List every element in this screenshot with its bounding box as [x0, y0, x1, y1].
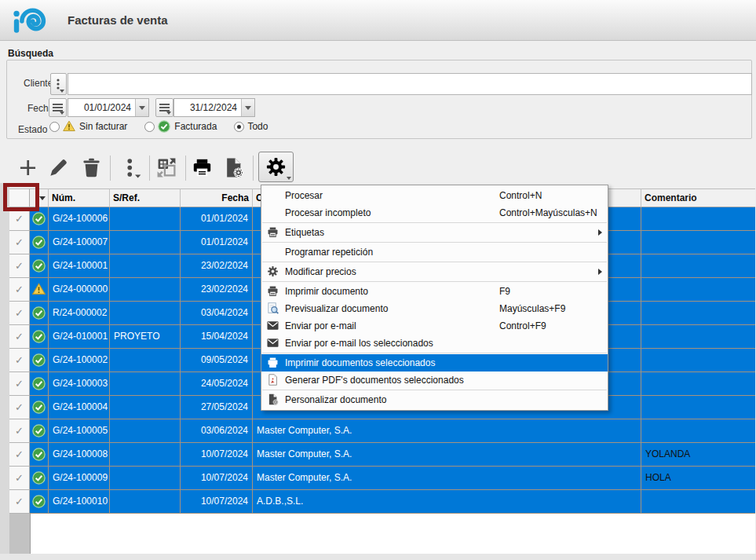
fecha-to-options-button[interactable] [155, 98, 173, 117]
cell-fecha[interactable]: 23/02/2024 [181, 254, 253, 278]
menu-item-etiquetas[interactable]: Etiquetas [261, 224, 608, 241]
cell-num[interactable]: G/24-100008 [49, 443, 110, 467]
row-checkbox[interactable]: ✓ [9, 325, 30, 349]
cell-fecha[interactable]: 10/07/2024 [181, 467, 253, 490]
cell-num[interactable]: G/24-000000 [49, 278, 110, 302]
table-row[interactable]: ✓G/24-10001010/07/2024A.D.B.,S.L. [9, 490, 755, 514]
row-checkbox[interactable]: ✓ [9, 207, 30, 231]
column-header-fecha[interactable]: Fecha [181, 188, 253, 207]
table-row[interactable]: ✓G/24-10000503/06/2024Master Computer, S… [9, 419, 755, 443]
cell-comentario[interactable] [641, 372, 755, 396]
cell-sref[interactable] [110, 231, 181, 254]
cell-sref[interactable] [110, 419, 181, 443]
cell-sref[interactable] [110, 278, 181, 302]
menu-item-procesar[interactable]: ProcesarControl+N [261, 187, 608, 204]
column-options-arrow-icon[interactable] [39, 196, 46, 200]
cell-num[interactable]: G/24-100002 [49, 349, 110, 372]
delete-button[interactable] [79, 155, 104, 180]
settings-button[interactable] [258, 152, 294, 182]
row-checkbox[interactable]: ✓ [9, 302, 30, 325]
cell-comentario[interactable] [641, 325, 755, 349]
cell-num[interactable]: G/24-100005 [49, 419, 110, 443]
cliente-input[interactable] [68, 73, 752, 95]
column-header-sref[interactable]: S/Ref. [110, 188, 181, 207]
cell-sref[interactable] [110, 349, 181, 372]
menu-item-programar-repetici-n[interactable]: Programar repetición [261, 243, 608, 261]
cell-cliente[interactable]: Master Computer, S.A. [253, 419, 641, 443]
menu-item-imprimir-documento[interactable]: Imprimir documentoF9 [261, 283, 608, 300]
cell-cliente[interactable]: A.D.B.,S.L. [253, 490, 641, 514]
cell-num[interactable]: G/24-100007 [49, 231, 110, 254]
cell-comentario[interactable] [641, 396, 755, 419]
cell-fecha[interactable]: 10/07/2024 [181, 443, 253, 467]
status-column-header[interactable] [30, 188, 49, 207]
cell-comentario[interactable]: HOLA [641, 467, 755, 490]
table-row[interactable]: ✓G/24-10000810/07/2024Master Computer, S… [9, 443, 755, 467]
cell-fecha[interactable]: 01/01/2024 [181, 231, 253, 254]
cell-fecha[interactable]: 09/05/2024 [181, 349, 253, 372]
cell-sref[interactable] [110, 467, 181, 490]
cell-num[interactable]: G/24-100006 [49, 207, 110, 231]
cell-comentario[interactable] [641, 231, 755, 254]
print-button[interactable] [189, 155, 214, 180]
menu-item-enviar-por-e-mail[interactable]: Enviar por e-mailControl+F9 [261, 317, 608, 335]
cell-fecha[interactable]: 01/01/2024 [181, 207, 253, 231]
cell-sref[interactable] [110, 443, 181, 467]
cell-cliente[interactable]: Master Computer, S.A. [253, 467, 641, 490]
cell-num[interactable]: G/24-100010 [49, 490, 110, 514]
table-row[interactable]: ✓G/24-10000910/07/2024Master Computer, S… [9, 467, 755, 490]
menu-item-enviar-por-e-mail-los-seleccionados[interactable]: Enviar por e-mail los seleccionados [261, 335, 608, 352]
menu-item-procesar-incompleto[interactable]: Procesar incompletoControl+Mayúsculas+N [261, 204, 608, 221]
radio-button[interactable] [144, 122, 155, 132]
menu-item-personalizar-documento[interactable]: Personalizar documento [261, 391, 608, 408]
cliente-picker-button[interactable] [50, 73, 67, 95]
docgear-button[interactable] [221, 155, 246, 180]
select-all-header[interactable] [9, 188, 30, 207]
row-checkbox[interactable]: ✓ [9, 490, 30, 514]
cell-num[interactable]: R/24-000002 [49, 302, 110, 325]
cell-num[interactable]: G/24-010001 [49, 325, 110, 349]
column-header-comentario[interactable]: Comentario [641, 188, 755, 207]
cell-fecha[interactable]: 23/02/2024 [181, 278, 253, 302]
menu-item-previsualizar-documento[interactable]: Previsualizar documentoMayúsculas+F9 [261, 300, 608, 317]
row-checkbox[interactable]: ✓ [9, 372, 30, 396]
cell-comentario[interactable]: YOLANDA [641, 443, 755, 467]
fecha-from-options-button[interactable] [49, 98, 67, 117]
cell-fecha[interactable]: 10/07/2024 [181, 490, 253, 514]
cell-comentario[interactable] [641, 302, 755, 325]
cell-sref[interactable] [110, 254, 181, 278]
cell-fecha[interactable]: 03/04/2024 [181, 302, 253, 325]
menu-item-imprimir-documentos-seleccionados[interactable]: Imprimir documentos seleccionados [261, 354, 608, 372]
fecha-from-dropdown[interactable] [135, 99, 148, 116]
cell-num[interactable]: G/24-100003 [49, 372, 110, 396]
cell-sref[interactable] [110, 396, 181, 419]
menu-item-modificar-precios[interactable]: Modificar precios [261, 263, 608, 280]
cell-sref[interactable] [110, 207, 181, 231]
cell-fecha[interactable]: 27/05/2024 [181, 396, 253, 419]
estado-option-sin-facturar[interactable]: Sin facturar [49, 120, 127, 133]
estado-option-todo[interactable]: Todo [234, 121, 268, 132]
add-button[interactable] [15, 155, 40, 180]
cell-sref[interactable] [110, 372, 181, 396]
row-checkbox[interactable]: ✓ [9, 254, 30, 278]
cell-fecha[interactable]: 03/06/2024 [181, 419, 253, 443]
cell-comentario[interactable] [641, 207, 755, 231]
cell-sref[interactable] [110, 302, 181, 325]
cell-sref[interactable] [110, 490, 181, 514]
fecha-to-dropdown[interactable] [241, 99, 254, 116]
cell-num[interactable]: G/24-100001 [49, 254, 110, 278]
cell-fecha[interactable]: 15/04/2024 [181, 325, 253, 349]
row-checkbox[interactable]: ✓ [9, 349, 30, 372]
more-button[interactable] [119, 155, 144, 180]
row-checkbox[interactable]: ✓ [9, 396, 30, 419]
row-checkbox[interactable]: ✓ [9, 278, 30, 302]
estado-option-facturada[interactable]: Facturada [144, 120, 217, 133]
cell-num[interactable]: G/24-100009 [49, 467, 110, 490]
row-checkbox[interactable]: ✓ [9, 467, 30, 490]
cell-comentario[interactable] [641, 419, 755, 443]
column-header-num[interactable]: Núm. [49, 188, 110, 207]
radio-button[interactable] [234, 122, 244, 132]
fecha-from-value[interactable]: 01/01/2024 [68, 99, 135, 116]
cell-fecha[interactable]: 24/05/2024 [181, 372, 253, 396]
fecha-to-value[interactable]: 31/12/2024 [174, 99, 241, 116]
